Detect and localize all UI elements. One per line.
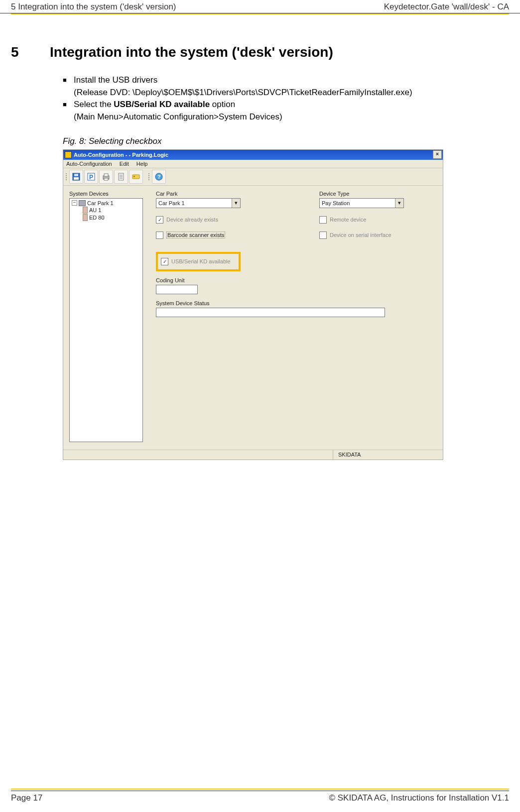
tree-root-label: Car Park 1: [87, 200, 114, 206]
close-button[interactable]: ×: [433, 150, 442, 159]
help-icon[interactable]: ?: [152, 170, 166, 184]
section-heading: 5Integration into the system ('desk' ver…: [11, 44, 509, 60]
bullet-2-line-2: (Main Menu>Automatic Configuration>Syste…: [74, 112, 282, 121]
check-remote-label: Remote device: [330, 217, 366, 223]
menu-edit[interactable]: Edit: [120, 161, 129, 167]
svg-text:P: P: [89, 174, 93, 181]
menubar: Auto-Configuration Edit Help: [63, 160, 443, 168]
footer-copyright: © SKIDATA AG, Instructions for Installat…: [329, 793, 510, 803]
coding-unit-label: Coding Unit: [156, 277, 270, 283]
system-devices-panel: System Devices – Car Park 1 AU 1 ED 80: [69, 191, 143, 443]
toolbar-grip-icon: [65, 170, 68, 183]
footer-separator: [11, 789, 509, 790]
header-left: 5 Integration into the system ('desk' ve…: [11, 2, 176, 12]
svg-rect-1: [74, 177, 79, 180]
device-tree[interactable]: – Car Park 1 AU 1 ED 80: [69, 198, 143, 442]
bullet-1-line-2: (Release DVD: \Deploy\$OEM$\$1\Drivers\P…: [74, 88, 412, 97]
bullet-2-pre: Select the: [74, 100, 114, 109]
statusbar-left: [63, 450, 333, 460]
form-left-column: Car Park Car Park 1 ▾ ✓ Device already e…: [156, 191, 270, 443]
device-icon: [83, 214, 88, 221]
statusbar: SKIDATA: [63, 450, 443, 460]
car-park-label: Car Park: [156, 191, 270, 197]
save-icon[interactable]: [69, 170, 83, 184]
checkbox-device-exists[interactable]: ✓: [156, 216, 163, 224]
form-right-column: Device Type Pay Station ▾ Remote device …: [302, 191, 434, 443]
checkbox-usb-kd[interactable]: ✓: [161, 258, 168, 265]
document-icon[interactable]: [114, 170, 128, 184]
device-icon: [83, 207, 88, 214]
bullet-2-post: option: [210, 100, 235, 109]
tree-child-au1[interactable]: AU 1: [71, 207, 141, 214]
section-number: 5: [11, 44, 50, 60]
bullet-1-line-1: Install the USB drivers: [74, 75, 157, 85]
device-type-dropdown[interactable]: Pay Station ▾: [319, 198, 404, 208]
header-right: Keydetector.Gate 'wall/desk' - CA: [384, 2, 509, 12]
figure-caption: Fig. 8: Selecting checkbox: [63, 136, 509, 146]
device-type-label: Device Type: [319, 191, 434, 197]
chevron-down-icon[interactable]: ▾: [395, 199, 403, 208]
highlight-usb-kd: ✓ USB/Serial KD available: [156, 252, 241, 271]
check-serial-label: Device on serial interface: [330, 232, 391, 238]
section-title: Integration into the system ('desk' vers…: [50, 44, 333, 60]
check-remote[interactable]: Remote device: [319, 216, 434, 224]
svg-rect-2: [74, 174, 78, 176]
check-device-exists-label: Device already exists: [166, 217, 218, 223]
svg-rect-13: [133, 176, 135, 177]
tree-collapse-icon[interactable]: –: [72, 200, 77, 206]
system-device-status-label: System Device Status: [156, 300, 270, 306]
tree-root[interactable]: – Car Park 1: [71, 200, 141, 206]
device-type-value: Pay Station: [322, 200, 350, 206]
checkbox-serial[interactable]: [319, 232, 327, 239]
app-window: Auto-Configuration - - Parking.Logic × A…: [63, 149, 443, 460]
toolbar: P ?: [63, 168, 443, 186]
check-device-exists[interactable]: ✓ Device already exists: [156, 216, 270, 224]
car-park-value: Car Park 1: [158, 200, 185, 206]
app-icon: [65, 151, 72, 158]
tree-child-au1-label: AU 1: [89, 207, 101, 213]
menu-autoconfig[interactable]: Auto-Configuration: [66, 161, 112, 167]
car-park-dropdown[interactable]: Car Park 1 ▾: [156, 198, 241, 208]
svg-rect-7: [104, 178, 108, 180]
system-devices-label: System Devices: [69, 191, 143, 197]
check-barcode-label: Barcode scanner exists: [166, 232, 225, 238]
svg-rect-6: [104, 174, 108, 176]
card-icon[interactable]: [129, 170, 143, 184]
checkbox-remote[interactable]: [319, 216, 327, 224]
print-icon[interactable]: [99, 170, 113, 184]
check-usb-kd-label: USB/Serial KD available: [171, 258, 231, 264]
menu-help[interactable]: Help: [136, 161, 148, 167]
carpark-icon: [79, 200, 86, 206]
titlebar-text: Auto-Configuration - - Parking.Logic: [74, 152, 168, 158]
chevron-down-icon[interactable]: ▾: [232, 199, 240, 208]
parking-icon[interactable]: P: [84, 170, 98, 184]
coding-unit-input[interactable]: [156, 285, 198, 294]
bullet-2-bold: USB/Serial KD available: [114, 100, 210, 109]
tree-child-ed80[interactable]: ED 80: [71, 214, 141, 221]
check-barcode[interactable]: Barcode scanner exists: [156, 232, 270, 239]
toolbar-grip-icon: [148, 170, 151, 183]
bullet-2: Select the USB/Serial KD available optio…: [63, 99, 509, 123]
checkbox-barcode[interactable]: [156, 232, 163, 239]
bullet-1: Install the USB drivers (Release DVD: \D…: [63, 74, 509, 99]
statusbar-vendor: SKIDATA: [333, 450, 443, 460]
svg-text:?: ?: [157, 174, 161, 180]
titlebar[interactable]: Auto-Configuration - - Parking.Logic ×: [63, 150, 443, 160]
footer-page: Page 17: [11, 793, 42, 803]
tree-child-ed80-label: ED 80: [89, 215, 105, 221]
check-serial[interactable]: Device on serial interface: [319, 232, 434, 239]
